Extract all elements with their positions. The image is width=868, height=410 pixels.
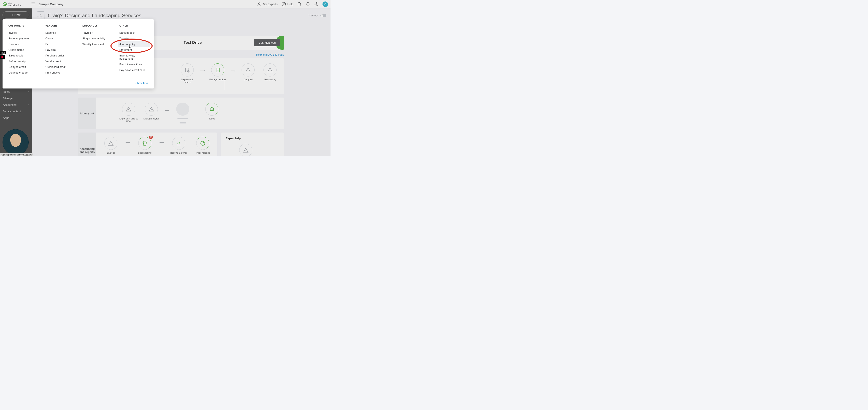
menu-print-checks[interactable]: Print checks bbox=[44, 70, 76, 75]
menu-pay-bills[interactable]: Pay bills bbox=[44, 47, 76, 53]
external-arrow-icon: ↗ bbox=[92, 32, 93, 34]
settings-gear-icon[interactable] bbox=[314, 2, 319, 6]
accounting-label: Accounting and reports bbox=[78, 132, 96, 156]
notifications-icon[interactable] bbox=[306, 2, 310, 6]
get-advanced-button[interactable]: Get Advanced bbox=[254, 39, 280, 46]
menu-vendor-credit[interactable]: Vendor credit bbox=[44, 58, 76, 64]
wf-expenses[interactable]: Expenses, bills, & POs bbox=[119, 103, 138, 123]
chevron-right-icon: › bbox=[28, 91, 29, 93]
sidebar-item-my-accountant[interactable]: My accountant bbox=[0, 108, 32, 115]
expert-help-title: Expert help bbox=[226, 137, 279, 140]
mega-col-employees: EMPLOYEES Payroll↗ Single time activity … bbox=[83, 25, 111, 75]
menu-batch-transactions[interactable]: Batch transactions bbox=[118, 62, 150, 67]
menu-pay-down-credit-card[interactable]: Pay down credit card bbox=[118, 67, 150, 73]
menu-refund-receipt[interactable]: Refund receipt bbox=[7, 58, 39, 64]
menu-single-time-activity[interactable]: Single time activity bbox=[81, 36, 113, 41]
badge-count: 33 bbox=[149, 136, 153, 139]
menu-delayed-charge[interactable]: Delayed charge bbox=[7, 70, 39, 75]
add-logo-button[interactable]: + LOGO bbox=[36, 11, 44, 20]
wf-reports[interactable]: Reports & trends bbox=[169, 137, 188, 154]
menu-sales-receipt[interactable]: Sales receipt bbox=[7, 53, 39, 58]
menu-weekly-timesheet[interactable]: Weekly timesheet bbox=[81, 41, 113, 47]
wf-taxes[interactable]: Taxes bbox=[203, 103, 221, 120]
page-title: Craig's Design and Landscaping Services bbox=[48, 13, 142, 19]
hamburger-menu-icon[interactable] bbox=[31, 2, 35, 7]
wf-get-funding[interactable]: Get funding bbox=[261, 63, 279, 81]
mega-col-customers: CUSTOMERS Invoice Receive payment Estima… bbox=[8, 25, 37, 75]
arrow-icon: ⟶ bbox=[165, 108, 169, 112]
sidebar-item-taxes[interactable]: Taxes› bbox=[0, 89, 32, 95]
menu-purchase-order[interactable]: Purchase order bbox=[44, 53, 76, 58]
arrow-icon: ⟶ bbox=[125, 140, 130, 144]
wf-manage-invoices[interactable]: Manage invoices bbox=[209, 63, 227, 81]
show-less-link[interactable]: Show less bbox=[8, 82, 148, 85]
recording-indicator-icon bbox=[0, 55, 5, 59]
accounting-reports-card: Accounting and reports Banking ⟶ 33 Book… bbox=[78, 132, 217, 156]
my-experts-button[interactable]: My Experts bbox=[257, 2, 278, 6]
menu-estimate[interactable]: Estimate bbox=[7, 41, 39, 47]
top-bar: intuit quickbooks Sample Company My Expe… bbox=[0, 0, 331, 8]
wf-mileage[interactable]: Track mileage bbox=[193, 137, 212, 154]
menu-expense[interactable]: Expense bbox=[44, 30, 76, 36]
arrow-icon: ⟶ bbox=[159, 140, 164, 144]
menu-invoice[interactable]: Invoice bbox=[7, 30, 39, 36]
expert-help-card: Expert help Talk to a bookkeeper bbox=[221, 132, 284, 156]
privacy-toggle[interactable] bbox=[320, 14, 326, 17]
menu-receive-payment[interactable]: Receive payment bbox=[7, 36, 39, 41]
svg-point-6 bbox=[316, 4, 317, 5]
money-out-label: Money out bbox=[78, 98, 96, 129]
plus-icon: + bbox=[11, 13, 13, 17]
divider bbox=[8, 79, 148, 79]
wf-banking[interactable]: Banking bbox=[101, 137, 120, 154]
menu-journal-entry[interactable]: Journal entry bbox=[118, 41, 150, 47]
brand-small: intuit bbox=[8, 2, 21, 4]
browser-status-url: https://app.qbo.intuit.com/app/journal bbox=[0, 153, 33, 156]
new-button[interactable]: + New bbox=[3, 11, 29, 19]
presenter-face bbox=[10, 134, 21, 147]
menu-inventory-qty-adjustment[interactable]: Inventory qty adjustment bbox=[118, 53, 150, 62]
menu-transfer[interactable]: Transfer bbox=[118, 36, 150, 41]
wf-ship-track[interactable]: Ship & track orders bbox=[178, 63, 196, 84]
menu-bill[interactable]: Bill bbox=[44, 41, 76, 47]
workflow-money-out-card: Money out Expenses, bills, & POs Manage … bbox=[78, 98, 284, 129]
menu-credit-memo[interactable]: Credit memo bbox=[7, 47, 39, 53]
wf-payroll[interactable]: Manage payroll bbox=[142, 103, 161, 120]
chevron-right-icon: › bbox=[28, 104, 29, 106]
wf-talk-bookkeeper[interactable]: Talk to a bookkeeper bbox=[236, 144, 255, 156]
wf-get-paid[interactable]: Get paid bbox=[239, 63, 257, 81]
privacy-toggle-group: PRIVACY bbox=[308, 14, 326, 17]
mega-col-vendors: VENDORS Expense Check Bill Pay bills Pur… bbox=[45, 25, 74, 75]
menu-statement[interactable]: Statement bbox=[118, 47, 150, 53]
svg-point-5 bbox=[298, 2, 301, 5]
wf-loading bbox=[173, 103, 192, 124]
help-button[interactable]: Help bbox=[281, 2, 293, 6]
arrow-icon: ⟶ bbox=[200, 68, 205, 72]
help-improve-link[interactable]: Help improve this page bbox=[256, 53, 284, 56]
svg-point-3 bbox=[259, 3, 260, 4]
menu-payroll[interactable]: Payroll↗ bbox=[81, 30, 113, 36]
main-header: + LOGO Craig's Design and Landscaping Se… bbox=[36, 11, 326, 20]
sidebar-item-mileage[interactable]: Mileage bbox=[0, 95, 32, 101]
recording-timer: 5:25 bbox=[0, 52, 6, 54]
brand-name: quickbooks bbox=[8, 4, 21, 6]
new-mega-menu: CUSTOMERS Invoice Receive payment Estima… bbox=[3, 20, 154, 89]
sidebar-item-apps[interactable]: Apps bbox=[0, 115, 32, 121]
company-name[interactable]: Sample Company bbox=[38, 3, 63, 6]
mega-col-other: OTHER Bank deposit Transfer Journal entr… bbox=[120, 25, 148, 75]
presenter-webcam bbox=[3, 129, 29, 155]
quickbooks-logo[interactable]: intuit quickbooks bbox=[3, 2, 21, 6]
sidebar-item-accounting[interactable]: Accounting› bbox=[0, 101, 32, 108]
arrow-icon: ⟶ bbox=[230, 68, 236, 72]
search-icon[interactable] bbox=[297, 2, 302, 6]
menu-delayed-credit[interactable]: Delayed credit bbox=[7, 64, 39, 70]
wf-bookkeeping[interactable]: 33 Bookkeeping bbox=[135, 137, 154, 154]
menu-credit-card-credit[interactable]: Credit card credit bbox=[44, 64, 76, 70]
user-avatar[interactable]: C bbox=[322, 1, 328, 7]
menu-check[interactable]: Check bbox=[44, 36, 76, 41]
connector-line bbox=[179, 94, 179, 103]
menu-bank-deposit[interactable]: Bank deposit bbox=[118, 30, 150, 36]
banner-title: Test Drive bbox=[184, 40, 202, 45]
